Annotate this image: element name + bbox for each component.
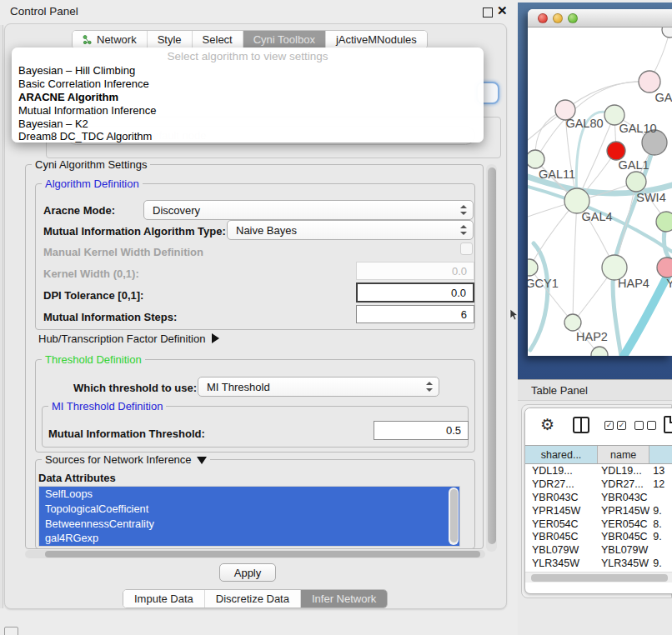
- algorithm-option[interactable]: Mutual Information Inference: [12, 104, 484, 118]
- tab-style[interactable]: Style: [148, 31, 193, 48]
- network-view-window: GAL GAL80 GAL10 GAL1 GAL11 SWI4 GAL4 GCY…: [528, 9, 672, 356]
- deselect-all-columns-icon[interactable]: [634, 421, 656, 430]
- mi-steps-label: Mutual Information Steps:: [43, 311, 177, 323]
- tab-discretize-data[interactable]: Discretize Data: [205, 590, 301, 608]
- table-panel-titlebar: Table Panel: [518, 379, 672, 401]
- algorithm-dropdown-popup: Select algorithm to view settings Bayesi…: [12, 48, 484, 142]
- label-gcy1: GCY1: [528, 277, 559, 290]
- control-panel-tabs: Network Style Select Cyni Toolbox jActiv…: [72, 30, 428, 49]
- column-header-shared-name[interactable]: shared...: [525, 446, 598, 463]
- algorithm-option[interactable]: ARACNE Algorithm: [12, 91, 484, 104]
- algorithm-option[interactable]: Basic Correlation Inference: [12, 78, 484, 91]
- apply-button[interactable]: Apply: [219, 563, 276, 582]
- column-layout-icon[interactable]: [573, 417, 589, 433]
- column-header-name[interactable]: name: [598, 446, 649, 463]
- algorithm-definition-title: Algorithm Definition: [42, 178, 143, 190]
- float-panel-icon[interactable]: [483, 8, 493, 18]
- expand-arrow-icon: [197, 457, 207, 464]
- mouse-cursor: [509, 309, 519, 321]
- node-hap2[interactable]: [564, 314, 581, 331]
- hub-definition-toggle[interactable]: Hub/Transcription Factor Definition: [38, 332, 219, 345]
- control-panel-title: Control Panel: [10, 5, 78, 18]
- table-row[interactable]: YPR145W YPR145W 9.: [525, 505, 672, 518]
- label-y-partial: Y: [666, 277, 672, 290]
- node-gal-partial[interactable]: [639, 71, 660, 92]
- table-row[interactable]: YDL19... YDL19... 13: [525, 465, 672, 478]
- attribute-list-item[interactable]: SelfLoops: [39, 487, 459, 502]
- node-gal1[interactable]: [626, 172, 646, 192]
- stepper-icon: [460, 205, 467, 215]
- aracne-mode-select[interactable]: Discovery: [143, 200, 474, 220]
- attribute-list-item[interactable]: BetweennessCentrality: [39, 517, 459, 532]
- manual-kernel-label: Manual Kernel Width Definition: [43, 246, 203, 258]
- dock-panel-button[interactable]: [4, 627, 18, 635]
- dpi-tolerance-field[interactable]: 0.0: [356, 282, 474, 302]
- table-row[interactable]: YBR045C YBR045C 9.: [525, 531, 672, 544]
- tab-network[interactable]: Network: [73, 31, 148, 48]
- tab-infer-network[interactable]: Infer Network: [301, 590, 387, 608]
- mi-threshold-field[interactable]: 0.5: [374, 421, 469, 440]
- node-partial-top[interactable]: [662, 28, 672, 38]
- node-y-partial[interactable]: [657, 258, 672, 278]
- algorithm-option-list: Bayesian – Hill ClimbingBasic Correlatio…: [12, 64, 484, 143]
- table-horizontal-scrollbar[interactable]: [525, 572, 672, 582]
- table-header: shared... name: [525, 445, 672, 464]
- table-row[interactable]: YLR345W YLR345W 9.: [525, 558, 672, 571]
- attribute-list-item[interactable]: gal4RGexp: [39, 531, 459, 546]
- attribute-list-scrollbar[interactable]: [449, 488, 459, 545]
- node-gcy1[interactable]: [528, 259, 538, 276]
- minimize-traffic-light[interactable]: [553, 13, 563, 23]
- mi-type-select[interactable]: Naive Bayes: [227, 220, 474, 240]
- label-hap2: HAP2: [576, 330, 608, 343]
- label-swi4: SWI4: [636, 191, 665, 204]
- table-row[interactable]: YER054C YER054C 8.: [525, 518, 672, 532]
- label-hap4: HAP4: [618, 277, 649, 290]
- settings-horizontal-scrollbar[interactable]: [25, 550, 485, 558]
- algorithm-option[interactable]: Dream8 DC_TDC Algorithm: [12, 130, 484, 143]
- node-red-selected[interactable]: [607, 142, 625, 160]
- gear-icon[interactable]: ⚙: [540, 415, 554, 434]
- algorithm-option[interactable]: Bayesian – K2: [12, 118, 484, 131]
- close-traffic-light[interactable]: [538, 13, 548, 23]
- mi-threshold-label: Mutual Information Threshold:: [48, 428, 205, 440]
- tab-jactivemnodules[interactable]: jActiveMNodules: [326, 31, 427, 48]
- data-attributes-label: Data Attributes: [38, 472, 116, 484]
- algorithm-option[interactable]: Bayesian – Hill Climbing: [12, 64, 484, 78]
- stepper-icon: [460, 225, 467, 235]
- node-gal11[interactable]: [528, 150, 544, 168]
- attribute-list-item[interactable]: TopologicalCoefficient: [39, 502, 459, 517]
- table-row[interactable]: YDR27... YDR27... 12: [525, 478, 672, 492]
- mi-type-label: Mutual Information Algorithm Type:: [43, 225, 226, 238]
- node-swi4[interactable]: [656, 212, 672, 232]
- algorithm-dropdown-header: Select algorithm to view settings: [12, 50, 484, 64]
- kernel-width-label: Kernel Width (0,1):: [43, 268, 139, 280]
- sources-title[interactable]: Sources for Network Inference: [42, 453, 210, 466]
- network-canvas[interactable]: GAL GAL80 GAL10 GAL1 GAL11 SWI4 GAL4 GCY…: [528, 28, 672, 356]
- kernel-width-field[interactable]: 0.0: [356, 262, 474, 280]
- tab-impute-data[interactable]: Impute Data: [123, 590, 205, 608]
- table-row[interactable]: YBR043C YBR043C: [525, 492, 672, 505]
- zoom-traffic-light[interactable]: [568, 13, 578, 23]
- mi-steps-field[interactable]: 6: [356, 305, 474, 323]
- select-all-columns-icon[interactable]: ✓✓: [604, 421, 626, 430]
- table-toolbar: ⚙ ✓✓: [525, 408, 672, 445]
- collapse-arrow-icon: [212, 333, 219, 343]
- cyni-settings-title: Cyni Algorithm Settings: [32, 158, 150, 171]
- tab-select[interactable]: Select: [193, 31, 243, 48]
- label-gal10: GAL10: [619, 122, 656, 135]
- export-table-icon[interactable]: [664, 416, 672, 433]
- manual-kernel-checkbox[interactable]: [460, 242, 473, 255]
- table-row[interactable]: YBL079W YBL079W: [525, 544, 672, 558]
- label-gal-partial: GAL: [654, 91, 672, 104]
- tab-cyni-toolbox[interactable]: Cyni Toolbox: [243, 31, 326, 48]
- label-gal80: GAL80: [565, 117, 603, 130]
- which-threshold-select[interactable]: MI Threshold: [198, 377, 439, 397]
- settings-vertical-scrollbar[interactable]: [486, 164, 497, 552]
- tab-network-label: Network: [97, 33, 137, 46]
- label-gal4: GAL4: [581, 210, 612, 223]
- panel-left-edge: [0, 25, 3, 608]
- close-panel-icon[interactable]: ✕: [497, 3, 508, 18]
- stepper-icon: [426, 382, 433, 392]
- column-header-partial[interactable]: [649, 446, 672, 463]
- network-window-titlebar[interactable]: [528, 9, 672, 28]
